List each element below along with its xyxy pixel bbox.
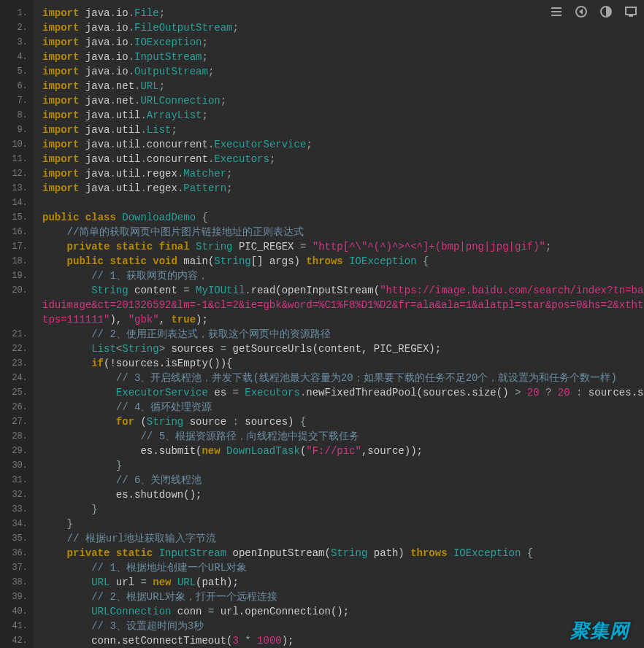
code-line: import java.util.concurrent.ExecutorServ… (42, 137, 644, 152)
line-number: 18. (0, 254, 34, 269)
code-line: import java.net.URLConnection; (42, 93, 644, 108)
line-number: 6. (0, 79, 34, 93)
line-number: 35. (0, 531, 34, 546)
code-line: import java.util.List; (42, 123, 644, 137)
line-number: 2. (0, 20, 34, 35)
line-number: 28. (0, 429, 34, 444)
line-number: 16. (0, 225, 34, 239)
code-line (42, 196, 644, 210)
line-number: 13. (0, 181, 34, 196)
line-number: 14. (0, 196, 34, 210)
circle-left-icon[interactable] (575, 6, 587, 18)
list-icon[interactable] (551, 6, 562, 18)
code-line: String content = MyIOUtil.read(openInput… (42, 283, 644, 327)
contrast-icon[interactable] (600, 6, 612, 18)
code-line: import java.io.IOException; (42, 35, 644, 50)
svg-rect-6 (626, 7, 636, 15)
line-number: 26. (0, 400, 34, 414)
line-number: 29. (0, 444, 34, 458)
line-number: 7. (0, 93, 34, 108)
code-line: // 4、循环处理资源 (42, 400, 644, 414)
code-line: } (42, 517, 644, 531)
code-line: // 3、设置超时间为3秒 (42, 619, 644, 633)
line-number: 38. (0, 575, 34, 590)
code-line: // 6、关闭线程池 (42, 473, 644, 487)
line-number: 36. (0, 546, 34, 560)
code-line: public class DownloadDemo { (42, 210, 644, 225)
code-line: import java.io.FileOutputStream; (42, 20, 644, 35)
line-number: 17. (0, 239, 34, 254)
line-number: 32. (0, 487, 34, 502)
code-line: // 根据url地址获取输入字节流 (42, 531, 644, 546)
line-number: 41. (0, 619, 34, 633)
svg-rect-7 (629, 15, 633, 17)
code-line: // 2、使用正则表达式，获取这个网页中的资源路径 (42, 327, 644, 342)
code-line: // 5、根据资源路径，向线程池中提交下载任务 (42, 429, 644, 444)
code-line: public static void main(String[] args) t… (42, 254, 644, 269)
line-number: 33. (0, 502, 34, 517)
code-line: // 1、根据地址创建一个URL对象 (42, 560, 644, 575)
line-number: 8. (0, 108, 34, 123)
code-line: conn.setConnectTimeout(3 * 1000); (42, 633, 644, 648)
line-number: 1. (0, 6, 34, 20)
line-number: 39. (0, 590, 34, 604)
line-number: 3. (0, 35, 34, 50)
line-number: 20. (0, 283, 34, 298)
line-number: 34. (0, 517, 34, 531)
line-number: 24. (0, 371, 34, 385)
code-toolbar (551, 6, 637, 18)
code-content: import java.io.File;import java.io.FileO… (34, 0, 644, 648)
monitor-icon[interactable] (625, 6, 637, 18)
code-line: // 3、开启线程池，并发下载(线程池最大容量为20；如果要下载的任务不足20个… (42, 371, 644, 385)
line-number: 11. (0, 152, 34, 166)
code-line: import java.util.concurrent.Executors; (42, 152, 644, 166)
code-line: for (String source : sources) { (42, 414, 644, 429)
line-number: 31. (0, 473, 34, 487)
line-number: 12. (0, 166, 34, 181)
code-line: URLConnection conn = url.openConnection(… (42, 604, 644, 619)
code-line: es.shutdown(); (42, 487, 644, 502)
line-number: 25. (0, 385, 34, 400)
code-line: import java.io.InputStream; (42, 50, 644, 64)
code-line: URL url = new URL(path); (42, 575, 644, 590)
code-line: es.submit(new DownLoadTask("F://pic",sou… (42, 444, 644, 458)
watermark-text: 聚集网 (570, 623, 629, 638)
code-line: import java.io.OutputStream; (42, 64, 644, 79)
line-number: 27. (0, 414, 34, 429)
line-number: 9. (0, 123, 34, 137)
code-line: // 1、获取网页的内容， (42, 269, 644, 283)
code-line: private static InputStream openInputStre… (42, 546, 644, 560)
code-line: private static final String PIC_REGEX = … (42, 239, 644, 254)
line-number: 23. (0, 356, 34, 371)
line-number: 10. (0, 137, 34, 152)
line-number: 15. (0, 210, 34, 225)
line-number: 5. (0, 64, 34, 79)
line-number: 19. (0, 269, 34, 283)
svg-rect-2 (551, 15, 561, 16)
line-number: 40. (0, 604, 34, 619)
line-number: 37. (0, 560, 34, 575)
line-number: 42. (0, 633, 34, 648)
svg-rect-1 (551, 11, 561, 12)
code-line: //简单的获取网页中图片图片链接地址的正则表达式 (42, 225, 644, 239)
code-line: } (42, 458, 644, 473)
code-line: import java.net.URL; (42, 79, 644, 93)
line-number: 21. (0, 327, 34, 342)
code-line: if(!sources.isEmpty()){ (42, 356, 644, 371)
code-line: import java.util.ArrayList; (42, 108, 644, 123)
code-line: } (42, 502, 644, 517)
svg-marker-4 (579, 9, 583, 15)
line-number: 22. (0, 342, 34, 356)
code-line: ExecutorService es = Executors.newFixedT… (42, 385, 644, 400)
code-line: import java.util.regex.Matcher; (42, 166, 644, 181)
line-number: 30. (0, 458, 34, 473)
line-number: 4. (0, 50, 34, 64)
svg-rect-0 (551, 7, 561, 9)
code-line: List<String> sources = getSourceUrls(con… (42, 342, 644, 356)
line-number-gutter: 1.2.3.4.5.6.7.8.9.10.11.12.13.14.15.16.1… (0, 0, 34, 648)
code-line: // 2、根据URL对象，打开一个远程连接 (42, 590, 644, 604)
code-line: import java.util.regex.Pattern; (42, 181, 644, 196)
